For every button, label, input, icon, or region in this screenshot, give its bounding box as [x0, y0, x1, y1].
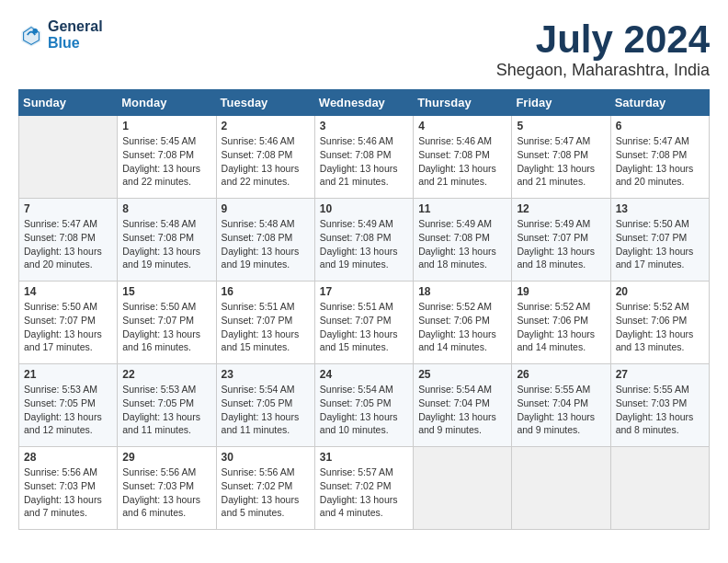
calendar-cell: 18Sunrise: 5:52 AM Sunset: 7:06 PM Dayli… — [414, 282, 512, 364]
day-content: Sunrise: 5:45 AM Sunset: 7:08 PM Dayligh… — [122, 134, 210, 189]
day-content: Sunrise: 5:52 AM Sunset: 7:06 PM Dayligh… — [517, 300, 605, 354]
calendar-cell: 29Sunrise: 5:56 AM Sunset: 7:03 PM Dayli… — [118, 447, 216, 530]
day-number: 2 — [222, 120, 310, 132]
day-content: Sunrise: 5:56 AM Sunset: 7:03 PM Dayligh… — [122, 465, 210, 520]
calendar-cell: 20Sunrise: 5:52 AM Sunset: 7:06 PM Dayli… — [610, 282, 709, 364]
calendar-cell: 16Sunrise: 5:51 AM Sunset: 7:07 PM Dayli… — [216, 282, 314, 364]
calendar-cell: 30Sunrise: 5:56 AM Sunset: 7:02 PM Dayli… — [216, 447, 314, 530]
day-number: 4 — [418, 120, 506, 132]
day-number: 10 — [320, 202, 408, 215]
col-header-saturday: Saturday — [610, 90, 709, 116]
day-number: 25 — [418, 368, 506, 381]
day-number: 27 — [616, 368, 704, 381]
day-number: 9 — [222, 202, 310, 215]
day-number: 15 — [122, 285, 210, 298]
day-number: 1 — [122, 120, 210, 132]
calendar-cell — [414, 447, 512, 530]
week-row-2: 7Sunrise: 5:47 AM Sunset: 7:08 PM Daylig… — [19, 199, 710, 282]
day-number: 22 — [122, 368, 210, 381]
day-content: Sunrise: 5:49 AM Sunset: 7:08 PM Dayligh… — [320, 217, 408, 271]
day-content: Sunrise: 5:51 AM Sunset: 7:07 PM Dayligh… — [222, 300, 310, 354]
day-content: Sunrise: 5:55 AM Sunset: 7:04 PM Dayligh… — [517, 383, 605, 437]
week-row-5: 28Sunrise: 5:56 AM Sunset: 7:03 PM Dayli… — [19, 447, 710, 530]
day-number: 31 — [320, 451, 408, 464]
col-header-tuesday: Tuesday — [216, 90, 314, 116]
calendar-body: 1Sunrise: 5:45 AM Sunset: 7:08 PM Daylig… — [19, 116, 710, 530]
calendar-cell: 15Sunrise: 5:50 AM Sunset: 7:07 PM Dayli… — [118, 282, 216, 364]
calendar-cell — [19, 116, 118, 199]
logo-blue: Blue — [48, 35, 103, 52]
day-number: 24 — [320, 368, 408, 381]
calendar-cell — [512, 447, 610, 530]
day-content: Sunrise: 5:54 AM Sunset: 7:05 PM Dayligh… — [320, 383, 408, 437]
day-content: Sunrise: 5:47 AM Sunset: 7:08 PM Dayligh… — [616, 134, 704, 189]
day-number: 23 — [222, 368, 310, 381]
calendar-cell: 11Sunrise: 5:49 AM Sunset: 7:08 PM Dayli… — [414, 199, 512, 282]
day-content: Sunrise: 5:49 AM Sunset: 7:08 PM Dayligh… — [418, 217, 506, 271]
calendar-cell: 6Sunrise: 5:47 AM Sunset: 7:08 PM Daylig… — [610, 116, 709, 199]
calendar-cell: 31Sunrise: 5:57 AM Sunset: 7:02 PM Dayli… — [314, 447, 413, 530]
day-content: Sunrise: 5:46 AM Sunset: 7:08 PM Dayligh… — [222, 134, 310, 189]
day-number: 3 — [320, 120, 408, 132]
week-row-4: 21Sunrise: 5:53 AM Sunset: 7:05 PM Dayli… — [19, 364, 710, 447]
calendar-cell: 7Sunrise: 5:47 AM Sunset: 7:08 PM Daylig… — [19, 199, 118, 282]
col-header-thursday: Thursday — [414, 90, 512, 116]
day-content: Sunrise: 5:56 AM Sunset: 7:03 PM Dayligh… — [24, 465, 112, 520]
day-content: Sunrise: 5:52 AM Sunset: 7:06 PM Dayligh… — [418, 300, 506, 354]
calendar-cell: 22Sunrise: 5:53 AM Sunset: 7:05 PM Dayli… — [118, 364, 216, 447]
day-content: Sunrise: 5:49 AM Sunset: 7:07 PM Dayligh… — [517, 217, 605, 271]
calendar-cell: 4Sunrise: 5:46 AM Sunset: 7:08 PM Daylig… — [414, 116, 512, 199]
day-content: Sunrise: 5:54 AM Sunset: 7:05 PM Dayligh… — [222, 383, 310, 437]
svg-point-2 — [32, 29, 38, 34]
day-number: 30 — [222, 451, 310, 464]
day-content: Sunrise: 5:47 AM Sunset: 7:08 PM Dayligh… — [24, 217, 112, 271]
day-content: Sunrise: 5:54 AM Sunset: 7:04 PM Dayligh… — [418, 383, 506, 437]
day-content: Sunrise: 5:50 AM Sunset: 7:07 PM Dayligh… — [616, 217, 704, 271]
calendar-cell: 25Sunrise: 5:54 AM Sunset: 7:04 PM Dayli… — [414, 364, 512, 447]
day-content: Sunrise: 5:50 AM Sunset: 7:07 PM Dayligh… — [24, 300, 112, 354]
calendar-cell: 17Sunrise: 5:51 AM Sunset: 7:07 PM Dayli… — [314, 282, 413, 364]
day-number: 28 — [24, 451, 112, 464]
calendar-cell: 23Sunrise: 5:54 AM Sunset: 7:05 PM Dayli… — [216, 364, 314, 447]
day-number: 7 — [24, 202, 112, 215]
week-row-1: 1Sunrise: 5:45 AM Sunset: 7:08 PM Daylig… — [19, 116, 710, 199]
calendar-cell: 24Sunrise: 5:54 AM Sunset: 7:05 PM Dayli… — [314, 364, 413, 447]
day-content: Sunrise: 5:51 AM Sunset: 7:07 PM Dayligh… — [320, 300, 408, 354]
calendar-cell: 5Sunrise: 5:47 AM Sunset: 7:08 PM Daylig… — [512, 116, 610, 199]
day-number: 19 — [517, 285, 605, 298]
day-number: 29 — [122, 451, 210, 464]
day-content: Sunrise: 5:53 AM Sunset: 7:05 PM Dayligh… — [24, 383, 112, 437]
day-content: Sunrise: 5:52 AM Sunset: 7:06 PM Dayligh… — [616, 300, 704, 354]
day-content: Sunrise: 5:53 AM Sunset: 7:05 PM Dayligh… — [122, 383, 210, 437]
calendar-cell: 8Sunrise: 5:48 AM Sunset: 7:08 PM Daylig… — [118, 199, 216, 282]
day-content: Sunrise: 5:47 AM Sunset: 7:08 PM Dayligh… — [517, 134, 605, 189]
day-number: 14 — [24, 285, 112, 298]
month-year-title: July 2024 — [496, 18, 710, 61]
col-header-monday: Monday — [118, 90, 216, 116]
day-content: Sunrise: 5:46 AM Sunset: 7:08 PM Dayligh… — [418, 134, 506, 189]
day-number: 18 — [418, 285, 506, 298]
calendar-table: SundayMondayTuesdayWednesdayThursdayFrid… — [18, 89, 710, 530]
day-content: Sunrise: 5:46 AM Sunset: 7:08 PM Dayligh… — [320, 134, 408, 189]
day-number: 26 — [517, 368, 605, 381]
day-number: 11 — [418, 202, 506, 215]
location-subtitle: Shegaon, Maharashtra, India — [496, 61, 710, 80]
day-content: Sunrise: 5:48 AM Sunset: 7:08 PM Dayligh… — [122, 217, 210, 271]
calendar-cell: 2Sunrise: 5:46 AM Sunset: 7:08 PM Daylig… — [216, 116, 314, 199]
day-number: 5 — [517, 120, 605, 132]
day-number: 12 — [517, 202, 605, 215]
day-content: Sunrise: 5:50 AM Sunset: 7:07 PM Dayligh… — [122, 300, 210, 354]
logo-icon — [18, 22, 44, 48]
calendar-cell: 10Sunrise: 5:49 AM Sunset: 7:08 PM Dayli… — [314, 199, 413, 282]
day-number: 20 — [616, 285, 704, 298]
calendar-cell: 3Sunrise: 5:46 AM Sunset: 7:08 PM Daylig… — [314, 116, 413, 199]
calendar-cell: 28Sunrise: 5:56 AM Sunset: 7:03 PM Dayli… — [19, 447, 118, 530]
calendar-cell: 9Sunrise: 5:48 AM Sunset: 7:08 PM Daylig… — [216, 199, 314, 282]
day-content: Sunrise: 5:55 AM Sunset: 7:03 PM Dayligh… — [616, 383, 704, 437]
col-header-friday: Friday — [512, 90, 610, 116]
logo-text-block: General Blue — [48, 18, 103, 52]
col-header-wednesday: Wednesday — [314, 90, 413, 116]
day-number: 16 — [222, 285, 310, 298]
calendar-cell: 26Sunrise: 5:55 AM Sunset: 7:04 PM Dayli… — [512, 364, 610, 447]
calendar-header-row: SundayMondayTuesdayWednesdayThursdayFrid… — [19, 90, 710, 116]
